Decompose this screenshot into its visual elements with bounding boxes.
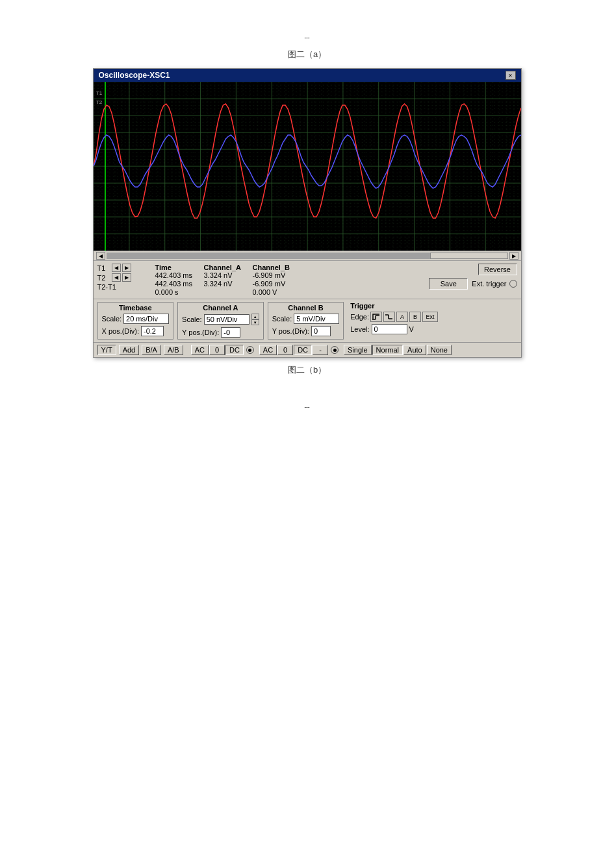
oscilloscope-window: Oscilloscope-XSC1 × bbox=[93, 68, 522, 358]
t2-left-btn[interactable]: ◀ bbox=[112, 273, 121, 282]
yt-button[interactable]: Y/T bbox=[97, 345, 116, 355]
channel-a-scale-label: Scale: bbox=[182, 316, 202, 323]
close-button[interactable]: × bbox=[505, 71, 516, 80]
scroll-left-arrow[interactable]: ◀ bbox=[96, 252, 105, 260]
normal-button[interactable]: Normal bbox=[372, 345, 403, 355]
trigger-a-btn[interactable]: A bbox=[396, 312, 408, 322]
auto-button[interactable]: Auto bbox=[403, 345, 426, 355]
add-button[interactable]: Add bbox=[119, 345, 140, 355]
t2-chb: -6.909 mV bbox=[253, 280, 301, 288]
t1-time: 442.403 ms bbox=[155, 271, 204, 279]
channel-a-header: Channel A bbox=[182, 304, 259, 312]
t2t1-label: T2-T1 bbox=[97, 283, 116, 291]
trigger-section: Trigger Edge: bbox=[350, 302, 438, 340]
channel-a-scale-row: Scale: ▲ ▼ bbox=[182, 314, 259, 325]
channel-b-dc-btn[interactable]: DC bbox=[294, 345, 312, 355]
trigger-ext-btn[interactable]: Ext bbox=[422, 312, 438, 322]
bottom-row: Y/T Add B/A A/B AC 0 DC AC 0 DC - bbox=[94, 343, 521, 357]
ab-button[interactable]: A/B bbox=[164, 345, 183, 355]
cursor-controls: T1 ◀ ▶ T2 ◀ ▶ T2-T1 bbox=[97, 264, 153, 291]
channel-b-radio[interactable] bbox=[331, 346, 339, 354]
channel-b-scale-input[interactable] bbox=[294, 314, 339, 324]
scroll-track[interactable] bbox=[107, 253, 508, 259]
titlebar: Oscilloscope-XSC1 × bbox=[94, 69, 521, 82]
t2t1-row: T2-T1 bbox=[97, 283, 153, 291]
timebase-section: Timebase Scale: X pos.(Div): bbox=[97, 302, 174, 340]
single-button[interactable]: Single bbox=[344, 345, 372, 355]
channel-a-ypos-label: Y pos.(Div): bbox=[182, 329, 219, 336]
channel-a-spin-up[interactable]: ▲ bbox=[251, 314, 259, 319]
waveform-svg: T1 T2 bbox=[94, 82, 521, 251]
trigger-edge-label: Edge: bbox=[350, 313, 369, 321]
channel-b-ypos-label: Y pos.(Div): bbox=[272, 327, 309, 335]
trigger-level-unit: V bbox=[409, 325, 414, 333]
trigger-level-label: Level: bbox=[350, 325, 369, 333]
t1-right-btn[interactable]: ▶ bbox=[122, 264, 131, 272]
ext-trigger-label: Ext. trigger bbox=[472, 280, 506, 288]
t1-data: 442.403 ms 3.324 nV -6.909 mV bbox=[155, 271, 429, 279]
t2t1-time: 0.000 s bbox=[155, 288, 204, 296]
t2t1-data: 0.000 s 0.000 V bbox=[155, 288, 429, 296]
t2t1-cha bbox=[204, 288, 253, 296]
channel-b-ypos-input[interactable] bbox=[311, 326, 331, 336]
t2-right-btn[interactable]: ▶ bbox=[122, 273, 131, 282]
t1-chb: -6.909 mV bbox=[253, 271, 301, 279]
scroll-thumb[interactable] bbox=[430, 253, 508, 259]
trigger-b-btn[interactable]: B bbox=[409, 312, 421, 322]
t2-row: T2 ◀ ▶ bbox=[97, 273, 153, 282]
timebase-xpos-label: X pos.(Div): bbox=[102, 327, 139, 335]
channel-a-ypos-row: Y pos.(Div): bbox=[182, 327, 259, 338]
t2-data: 442.403 ms 3.324 nV -6.909 mV bbox=[155, 280, 429, 288]
controls-row: Timebase Scale: X pos.(Div): Channel A S… bbox=[94, 299, 521, 343]
trigger-level-input[interactable] bbox=[372, 324, 407, 334]
col-time-header: Time bbox=[155, 264, 204, 271]
channel-b-minus-btn[interactable]: - bbox=[313, 345, 328, 355]
t2-cha: 3.324 nV bbox=[204, 280, 253, 288]
ext-trigger-radio[interactable] bbox=[509, 280, 517, 288]
t1-cha: 3.324 nV bbox=[204, 271, 253, 279]
save-button[interactable]: Save bbox=[429, 278, 468, 290]
svg-text:T2: T2 bbox=[96, 99, 102, 105]
t1-left-btn[interactable]: ◀ bbox=[112, 264, 121, 272]
ext-trigger-row: Ext. trigger bbox=[472, 280, 517, 288]
data-rows: 442.403 ms 3.324 nV -6.909 mV 442.403 ms… bbox=[155, 271, 429, 296]
timebase-xpos-input[interactable] bbox=[141, 326, 164, 336]
svg-text:T1: T1 bbox=[96, 90, 102, 96]
channel-a-ypos-input[interactable] bbox=[221, 327, 240, 338]
channel-a-ac-btn[interactable]: AC bbox=[191, 345, 209, 355]
window-title: Oscilloscope-XSC1 bbox=[99, 71, 170, 80]
col-chb-header: Channel_B bbox=[253, 264, 301, 271]
trigger-rising-edge-btn[interactable] bbox=[370, 312, 382, 322]
channel-a-dc-btn[interactable]: DC bbox=[225, 345, 244, 355]
channel-a-spin-down[interactable]: ▼ bbox=[251, 319, 259, 325]
scroll-right-arrow[interactable]: ▶ bbox=[509, 252, 518, 260]
reverse-button[interactable]: Reverse bbox=[478, 264, 517, 275]
meas-right-buttons: Reverse Save Ext. trigger bbox=[429, 264, 517, 290]
scrollbar-area: ◀ ▶ bbox=[94, 251, 521, 261]
trigger-edge-row: Edge: bbox=[350, 312, 438, 322]
ba-button[interactable]: B/A bbox=[142, 345, 161, 355]
channel-a-radio[interactable] bbox=[246, 346, 254, 354]
channel-b-section: Channel B Scale: Y pos.(Div): bbox=[268, 302, 344, 340]
trigger-mode-btns: Single Normal Auto None bbox=[344, 345, 452, 355]
channel-a-zero-btn[interactable]: 0 bbox=[209, 345, 225, 355]
t2-label: T2 bbox=[97, 274, 110, 282]
channel-b-scale-row: Scale: bbox=[272, 314, 340, 324]
none-button[interactable]: None bbox=[427, 345, 452, 355]
timebase-scale-input[interactable] bbox=[123, 314, 169, 324]
trigger-falling-edge-btn[interactable] bbox=[383, 312, 395, 322]
channel-b-radio-inner bbox=[333, 349, 337, 352]
top-dash: -- bbox=[304, 32, 310, 42]
measurement-data: Time Channel_A Channel_B 442.403 ms 3.32… bbox=[153, 264, 429, 296]
channel-a-spinner: ▲ ▼ bbox=[251, 314, 259, 325]
bottom-dash: -- bbox=[304, 402, 310, 412]
channel-a-scale-input[interactable] bbox=[204, 314, 249, 325]
timebase-header: Timebase bbox=[102, 304, 170, 312]
trigger-header: Trigger bbox=[350, 302, 438, 310]
oscilloscope-display: T1 T2 bbox=[94, 82, 521, 251]
channel-b-zero-btn[interactable]: 0 bbox=[277, 345, 293, 355]
t2t1-chb: 0.000 V bbox=[253, 288, 301, 296]
channel-b-ac-btn[interactable]: AC bbox=[259, 345, 277, 355]
t2-time: 442.403 ms bbox=[155, 280, 204, 288]
timebase-scale-label: Scale: bbox=[102, 315, 122, 323]
